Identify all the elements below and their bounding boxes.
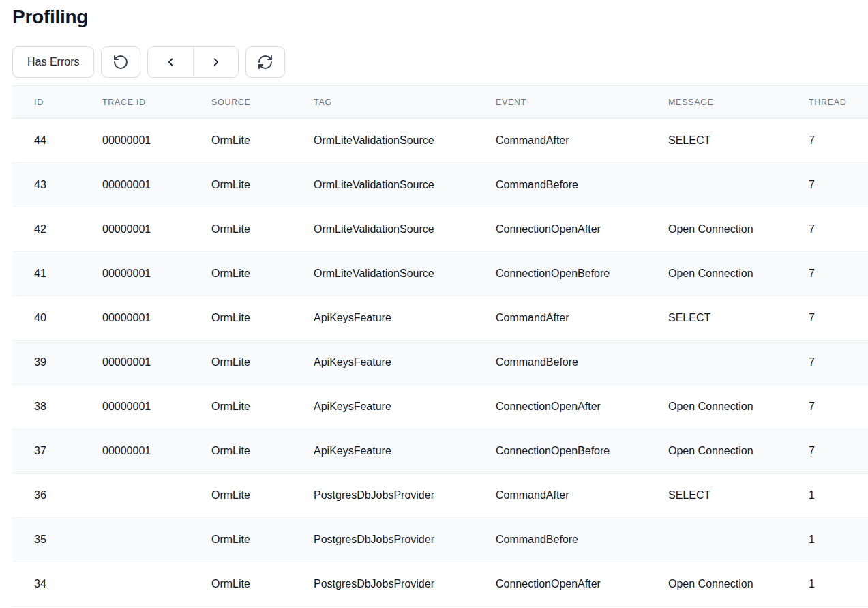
cell-tag: OrmLiteValidationSource <box>314 207 496 252</box>
column-header-source: SOURCE <box>211 86 314 119</box>
table-row[interactable]: 34OrmLitePostgresDbJobsProviderConnectio… <box>12 562 868 607</box>
cell-source: OrmLite <box>211 207 314 252</box>
cell-message: Open Connection <box>668 429 809 474</box>
undo-button[interactable] <box>101 46 140 78</box>
cell-thread: 1 <box>809 474 868 518</box>
table-body: 4400000001OrmLiteOrmLiteValidationSource… <box>12 119 868 607</box>
cell-event: CommandBefore <box>496 163 668 207</box>
cell-event: ConnectionOpenAfter <box>496 207 668 252</box>
cell-tag: OrmLiteValidationSource <box>314 163 496 207</box>
cell-source: OrmLite <box>211 562 314 607</box>
table-row[interactable]: 4300000001OrmLiteOrmLiteValidationSource… <box>12 163 868 207</box>
cell-thread: 7 <box>809 252 868 296</box>
table-row[interactable]: 3900000001OrmLiteApiKeysFeatureCommandBe… <box>12 341 868 385</box>
has-errors-button[interactable]: Has Errors <box>12 46 94 78</box>
table-row[interactable]: 3800000001OrmLiteApiKeysFeatureConnectio… <box>12 385 868 429</box>
cell-trace_id: 00000001 <box>102 296 211 341</box>
cell-message: SELECT <box>668 119 809 163</box>
refresh-icon <box>257 54 273 70</box>
cell-thread: 7 <box>809 163 868 207</box>
profiling-table-wrap: IDTRACE IDSOURCETAGEVENTMESSAGETHREAD 44… <box>12 85 868 607</box>
chevron-right-icon <box>210 56 222 68</box>
cell-message: Open Connection <box>668 385 809 429</box>
cell-message: Open Connection <box>668 252 809 296</box>
refresh-button[interactable] <box>245 46 285 78</box>
cell-trace_id <box>102 474 211 518</box>
table-header-row: IDTRACE IDSOURCETAGEVENTMESSAGETHREAD <box>12 86 868 119</box>
cell-thread: 7 <box>809 385 868 429</box>
cell-id: 44 <box>12 119 102 163</box>
cell-message: SELECT <box>668 296 809 341</box>
cell-thread: 7 <box>809 429 868 474</box>
cell-source: OrmLite <box>211 163 314 207</box>
column-header-thread: THREAD <box>809 86 868 119</box>
cell-tag: ApiKeysFeature <box>314 429 496 474</box>
table-row[interactable]: 4100000001OrmLiteOrmLiteValidationSource… <box>12 252 868 296</box>
table-row[interactable]: 4200000001OrmLiteOrmLiteValidationSource… <box>12 207 868 252</box>
pagination-button-group <box>147 46 239 78</box>
undo-icon <box>113 54 129 70</box>
cell-message: Open Connection <box>668 562 809 607</box>
cell-id: 40 <box>12 296 102 341</box>
cell-id: 37 <box>12 429 102 474</box>
cell-tag: ApiKeysFeature <box>314 296 496 341</box>
cell-tag: PostgresDbJobsProvider <box>314 474 496 518</box>
cell-message: SELECT <box>668 474 809 518</box>
table-row[interactable]: 4400000001OrmLiteOrmLiteValidationSource… <box>12 119 868 163</box>
page-title: Profiling <box>12 5 868 29</box>
toolbar: Has Errors <box>12 46 868 78</box>
cell-event: CommandAfter <box>496 119 668 163</box>
profiling-table: IDTRACE IDSOURCETAGEVENTMESSAGETHREAD 44… <box>12 85 868 607</box>
cell-thread: 1 <box>809 562 868 607</box>
cell-source: OrmLite <box>211 341 314 385</box>
cell-trace_id <box>102 518 211 562</box>
profiling-page: Profiling Has Errors <box>0 0 868 607</box>
column-header-event: EVENT <box>496 86 668 119</box>
cell-thread: 7 <box>809 207 868 252</box>
cell-source: OrmLite <box>211 252 314 296</box>
cell-tag: ApiKeysFeature <box>314 341 496 385</box>
table-row[interactable]: 36OrmLitePostgresDbJobsProviderCommandAf… <box>12 474 868 518</box>
cell-event: ConnectionOpenBefore <box>496 429 668 474</box>
table-row[interactable]: 35OrmLitePostgresDbJobsProviderCommandBe… <box>12 518 868 562</box>
cell-trace_id: 00000001 <box>102 252 211 296</box>
cell-trace_id <box>102 562 211 607</box>
cell-message <box>668 163 809 207</box>
cell-thread: 7 <box>809 119 868 163</box>
column-header-message: MESSAGE <box>668 86 809 119</box>
cell-trace_id: 00000001 <box>102 207 211 252</box>
cell-trace_id: 00000001 <box>102 429 211 474</box>
cell-thread: 7 <box>809 296 868 341</box>
column-header-id: ID <box>12 86 102 119</box>
cell-source: OrmLite <box>211 296 314 341</box>
cell-message <box>668 341 809 385</box>
cell-source: OrmLite <box>211 119 314 163</box>
cell-message: Open Connection <box>668 207 809 252</box>
cell-tag: PostgresDbJobsProvider <box>314 518 496 562</box>
cell-id: 42 <box>12 207 102 252</box>
table-row[interactable]: 3700000001OrmLiteApiKeysFeatureConnectio… <box>12 429 868 474</box>
cell-id: 39 <box>12 341 102 385</box>
cell-thread: 1 <box>809 518 868 562</box>
cell-source: OrmLite <box>211 474 314 518</box>
column-header-tag: TAG <box>314 86 496 119</box>
cell-id: 35 <box>12 518 102 562</box>
cell-source: OrmLite <box>211 429 314 474</box>
cell-id: 41 <box>12 252 102 296</box>
prev-page-button[interactable] <box>148 47 193 77</box>
cell-tag: PostgresDbJobsProvider <box>314 562 496 607</box>
cell-message <box>668 518 809 562</box>
cell-event: CommandBefore <box>496 341 668 385</box>
cell-id: 43 <box>12 163 102 207</box>
cell-tag: ApiKeysFeature <box>314 385 496 429</box>
cell-id: 38 <box>12 385 102 429</box>
cell-tag: OrmLiteValidationSource <box>314 119 496 163</box>
cell-event: ConnectionOpenBefore <box>496 252 668 296</box>
cell-id: 36 <box>12 474 102 518</box>
cell-thread: 7 <box>809 341 868 385</box>
column-header-trace_id: TRACE ID <box>102 86 211 119</box>
cell-trace_id: 00000001 <box>102 341 211 385</box>
cell-trace_id: 00000001 <box>102 385 211 429</box>
next-page-button[interactable] <box>193 47 238 77</box>
table-row[interactable]: 4000000001OrmLiteApiKeysFeatureCommandAf… <box>12 296 868 341</box>
